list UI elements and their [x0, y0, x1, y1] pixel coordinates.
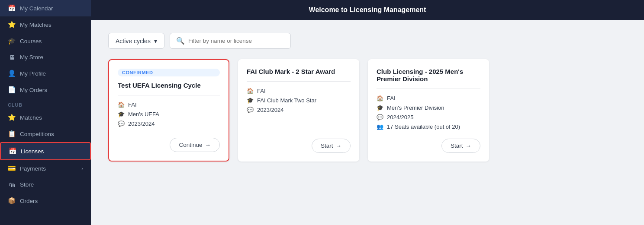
card-footer: Start →: [377, 139, 480, 153]
sidebar-item-my-profile[interactable]: 👤 My Profile: [0, 65, 91, 82]
card-divider: [118, 95, 220, 95]
shop-icon: 🛍: [8, 181, 16, 188]
search-input[interactable]: [188, 38, 284, 44]
license-card-3: Club Licensing - 2025 Men's Premier Divi…: [368, 59, 489, 162]
sidebar-item-label: Courses: [20, 38, 83, 44]
meta-category-text: Men's UEFA: [128, 111, 159, 117]
status-badge: CONFIRMED: [118, 69, 220, 76]
top-header: Welcome to Licensing Management: [91, 0, 644, 20]
meta-season-text: 2024/2025: [387, 114, 413, 120]
sidebar-item-my-matches[interactable]: ⭐ My Matches: [0, 16, 91, 33]
sidebar-item-label: My Matches: [20, 22, 83, 28]
people-icon: 👥: [377, 124, 383, 130]
search-wrapper: 🔍: [170, 33, 291, 49]
cards-row: CONFIRMED Test UEFA Licensing Cycle 🏠 FA…: [108, 59, 627, 162]
main-area: Welcome to Licensing Management Active c…: [91, 0, 644, 225]
meta-category-text: FAI Club Mark Two Star: [257, 97, 316, 104]
meta-org: 🏠 FAI: [118, 101, 220, 108]
card-title: Club Licensing - 2025 Men's Premier Divi…: [377, 68, 480, 82]
meta-category: 🎓 Men's UEFA: [118, 111, 220, 117]
sidebar-item-label: Store: [20, 181, 83, 188]
card-divider: [247, 81, 351, 82]
home-icon: 🏠: [118, 101, 125, 108]
sidebar-item-label: Orders: [20, 198, 83, 204]
meta-org-text: FAI: [257, 88, 266, 94]
search-icon: 🔍: [176, 37, 185, 45]
sidebar-item-courses[interactable]: 🎓 Courses: [0, 33, 91, 49]
sidebar-item-orders[interactable]: 📦 Orders: [0, 193, 91, 209]
sidebar-item-my-store[interactable]: 🖥 My Store: [0, 49, 91, 65]
continue-label: Continue: [179, 142, 202, 148]
sidebar-item-my-orders[interactable]: 📄 My Orders: [0, 82, 91, 98]
sidebar-item-label: Matches: [20, 114, 83, 121]
star-icon: ⭐: [8, 21, 16, 29]
payments-icon: 💳: [8, 165, 16, 172]
active-cycles-dropdown[interactable]: Active cycles ▾: [108, 33, 164, 49]
sidebar-item-label: Competitions: [20, 131, 83, 137]
home-icon: 🏠: [377, 95, 383, 101]
chat-icon: 💬: [247, 107, 254, 113]
card-meta: 🏠 FAI 🎓 FAI Club Mark Two Star 💬 2023/20…: [247, 88, 351, 130]
card-title: Test UEFA Licensing Cycle: [118, 82, 220, 89]
meta-season: 💬 2023/2024: [118, 120, 220, 127]
sidebar-item-licenses[interactable]: 📅 Licenses: [0, 142, 91, 160]
chevron-down-icon: ▾: [154, 38, 157, 44]
cap-icon: 🎓: [118, 111, 125, 117]
package-icon: 📦: [8, 197, 16, 205]
start-button-2[interactable]: Start →: [312, 139, 351, 153]
card-meta: 🏠 FAI 🎓 Men's Premier Division 💬 2024/20…: [377, 95, 480, 130]
sidebar-item-my-calendar[interactable]: 📅 My Calendar: [0, 0, 91, 16]
sidebar-item-payments[interactable]: 💳 Payments ›: [0, 160, 91, 177]
arrow-right-icon: →: [466, 143, 472, 149]
meta-season: 💬 2024/2025: [377, 114, 480, 120]
meta-season-text: 2023/2024: [257, 107, 283, 113]
card-footer: Continue →: [118, 138, 220, 152]
continue-button[interactable]: Continue →: [170, 138, 220, 152]
meta-org-text: FAI: [387, 95, 396, 101]
profile-icon: 👤: [8, 70, 16, 77]
sidebar: 📅 My Calendar ⭐ My Matches 🎓 Courses 🖥 M…: [0, 0, 91, 225]
store-icon: 🖥: [8, 54, 16, 61]
sidebar-item-matches[interactable]: ⭐ Matches: [0, 109, 91, 126]
page-title: Welcome to Licensing Management: [309, 6, 426, 13]
card-divider: [377, 89, 480, 89]
meta-seats-text: 17 Seats available (out of 20): [387, 124, 460, 130]
meta-seats: 👥 17 Seats available (out of 20): [377, 124, 480, 130]
dropdown-label: Active cycles: [116, 38, 151, 44]
sidebar-item-label: My Profile: [20, 70, 83, 77]
meta-season: 💬 2023/2024: [247, 107, 351, 113]
sidebar-item-competitions[interactable]: 📋 Competitions: [0, 126, 91, 142]
meta-category: 🎓 FAI Club Mark Two Star: [247, 97, 351, 104]
card-meta: 🏠 FAI 🎓 Men's UEFA 💬 2023/2024: [118, 101, 220, 129]
sidebar-item-label: My Calendar: [20, 5, 83, 12]
competitions-icon: 📋: [8, 130, 16, 138]
card-title: FAI Club Mark - 2 Star Award: [247, 68, 351, 75]
license-card-1: CONFIRMED Test UEFA Licensing Cycle 🏠 FA…: [108, 59, 229, 162]
sidebar-item-label: My Store: [20, 54, 83, 60]
matches-icon: ⭐: [8, 114, 16, 121]
meta-season-text: 2023/2024: [128, 120, 155, 127]
filter-bar: Active cycles ▾ 🔍: [108, 33, 627, 49]
cap-icon: 🎓: [377, 105, 383, 111]
home-icon: 🏠: [247, 88, 254, 94]
sidebar-item-label: Licenses: [21, 148, 82, 155]
sidebar-item-label: My Orders: [20, 87, 83, 93]
meta-org: 🏠 FAI: [377, 95, 480, 101]
arrow-right-icon: →: [336, 143, 342, 149]
start-button-3[interactable]: Start →: [441, 139, 480, 153]
meta-category-text: Men's Premier Division: [387, 105, 444, 111]
meta-org: 🏠 FAI: [247, 88, 351, 94]
meta-category: 🎓 Men's Premier Division: [377, 105, 480, 111]
calendar-icon: 📅: [8, 4, 16, 12]
cap-icon: 🎓: [247, 97, 254, 104]
sidebar-item-label: Payments: [20, 165, 77, 172]
orders-icon: 📄: [8, 86, 16, 94]
licenses-icon: 📅: [9, 147, 16, 155]
club-section-label: CLUB: [0, 98, 91, 109]
license-card-2: FAI Club Mark - 2 Star Award 🏠 FAI 🎓 FAI…: [238, 59, 359, 162]
chat-icon: 💬: [118, 120, 125, 127]
content-area: Active cycles ▾ 🔍 CONFIRMED Test UEFA Li…: [91, 20, 644, 225]
chevron-right-icon: ›: [81, 166, 83, 171]
arrow-right-icon: →: [205, 142, 211, 148]
sidebar-item-store[interactable]: 🛍 Store: [0, 177, 91, 193]
